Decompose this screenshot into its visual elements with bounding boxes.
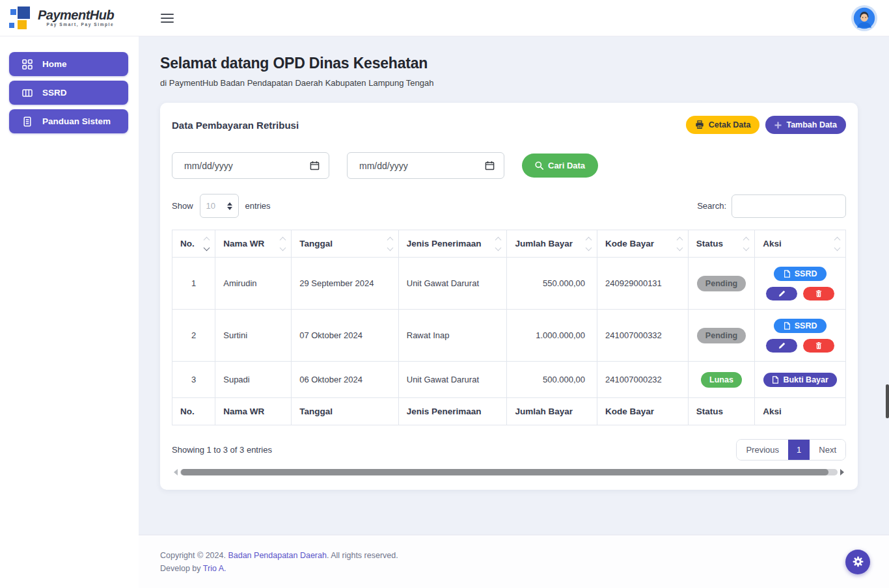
sort-chevrons-icon [586,237,591,250]
pdf-file-icon [784,270,791,278]
date-from-input[interactable] [184,161,310,171]
horizontal-scrollbar-thumb[interactable] [181,469,828,475]
footer-jenis-penerimaan: Jenis Penerimaan [398,398,507,425]
cell-jumlah: 1.000.000,00 [507,310,597,362]
entries-label: entries [245,201,271,211]
previous-page-button[interactable]: Previous [737,440,788,460]
vertical-scrollbar-thumb[interactable] [886,384,889,418]
current-page-button[interactable]: 1 [788,440,810,460]
page-subtitle: di PaymentHub Badan Pendapatan Daerah Ka… [160,78,889,88]
cari-data-button[interactable]: Cari Data [522,154,598,178]
pdf-file-icon [784,322,791,330]
sidebar-item-label: Home [42,59,67,69]
search-input[interactable] [732,194,846,218]
sort-chevrons-icon [744,237,748,250]
brand-tagline: Pay Smart, Pay Simple [38,23,114,27]
welcome-block: Selamat datang OPD Dinas Kesehatan di Pa… [139,36,889,88]
page-footer: Copyright © 2024. Badan Pendapatan Daera… [139,535,889,588]
header-kode-bayar[interactable]: Kode Bayar [597,230,689,258]
footer-kode-bayar: Kode Bayar [597,398,689,425]
scroll-left-arrow-icon[interactable] [174,469,178,475]
hamburger-icon[interactable] [161,14,174,23]
sidebar-item-label: SSRD [42,88,67,98]
cell-no: 3 [172,362,215,398]
ssrd-pdf-button[interactable]: SSRD [774,319,827,333]
sidebar-item-home[interactable]: Home [9,52,128,76]
gear-icon [852,555,864,568]
date-to-input[interactable] [359,161,485,171]
sidebar-item-label: Panduan Sistem [42,116,111,126]
header-aksi[interactable]: Aksi [755,230,846,258]
header-tanggal[interactable]: Tanggal [292,230,399,258]
printer-icon [695,120,704,129]
sort-chevrons-icon [388,237,392,250]
user-avatar[interactable] [851,5,877,31]
card-title: Data Pembayaran Retribusi [172,120,299,131]
entries-select[interactable]: 10 [200,194,239,218]
cell-kode: 241007000332 [597,310,689,362]
next-page-button[interactable]: Next [810,440,845,460]
cell-no: 2 [172,310,215,362]
cell-no: 1 [172,258,215,310]
copyright-line: Copyright © 2024. Badan Pendapatan Daera… [160,550,889,562]
edit-button[interactable] [766,339,797,353]
footer-no: No. [172,398,215,425]
data-pembayaran-card: Data Pembayaran Retribusi Cetak Data [160,103,858,490]
ssrd-pdf-button[interactable]: SSRD [774,267,827,281]
delete-button[interactable] [803,339,834,353]
sort-chevrons-icon [204,237,209,250]
settings-fab-button[interactable] [845,550,870,574]
date-from-field [172,152,329,179]
sidebar: Home SSRD Panduan Sistem [0,36,139,588]
page-title: Selamat datang OPD Dinas Kesehatan [160,55,889,72]
header-jenis-penerimaan[interactable]: Jenis Penerimaan [398,230,507,258]
sort-chevrons-icon [496,237,500,250]
cell-jenis: Unit Gawat Darurat [398,362,507,398]
footer-nama-wr: Nama WR [215,398,292,425]
sort-chevrons-icon [677,237,682,250]
sidebar-item-ssrd[interactable]: SSRD [9,81,128,105]
cell-tanggal: 06 Oktober 2024 [292,362,399,398]
developer-link[interactable]: Trio A. [203,564,226,573]
brand-name: PaymentHub [38,8,114,21]
main-content: Selamat datang OPD Dinas Kesehatan di Pa… [139,36,889,588]
cell-tanggal: 07 Oktober 2024 [292,310,399,362]
pdf-file-icon [772,376,779,384]
calendar-icon[interactable] [485,161,495,170]
plus-icon [774,122,782,129]
brand-logo[interactable]: PaymentHub Pay Smart, Pay Simple [0,7,139,30]
pencil-icon [778,342,786,349]
tambah-data-button[interactable]: Tambah Data [765,116,846,134]
status-badge: Pending [697,328,746,343]
table-row: 3 Supadi 06 Oktober 2024 Unit Gawat Daru… [172,362,846,398]
edit-button[interactable] [766,287,797,301]
bukti-bayar-button[interactable]: Bukti Bayar [763,373,836,387]
cell-jumlah: 500.000,00 [507,362,597,398]
cell-nama: Supadi [215,362,292,398]
tambah-data-label: Tambah Data [786,120,837,129]
topbar: PaymentHub Pay Smart, Pay Simple [0,0,889,36]
horizontal-scrollbar [172,469,846,475]
table-footer-row: No. Nama WR Tanggal Jenis Penerimaan Jum… [172,398,846,425]
horizontal-scrollbar-track[interactable] [180,469,838,475]
header-status[interactable]: Status [688,230,754,258]
org-link[interactable]: Badan Pendapatan Daerah [228,551,327,560]
date-to-field [347,152,504,179]
footer-status: Status [688,398,754,425]
scroll-right-arrow-icon[interactable] [840,469,844,475]
paymenthub-logo-icon [9,7,33,30]
search-label: Search: [697,201,726,211]
delete-button[interactable] [803,287,834,301]
cell-kode: 241007000232 [597,362,689,398]
header-no[interactable]: No. [172,230,215,258]
header-nama-wr[interactable]: Nama WR [215,230,292,258]
header-jumlah-bayar[interactable]: Jumlah Bayar [507,230,597,258]
footer-aksi: Aksi [755,398,846,425]
search-icon [535,161,543,170]
cetak-data-label: Cetak Data [709,120,751,129]
calendar-icon[interactable] [310,161,320,170]
app-window: PaymentHub Pay Smart, Pay Simple [0,0,889,588]
cetak-data-button[interactable]: Cetak Data [686,116,760,134]
sidebar-item-panduan-sistem[interactable]: Panduan Sistem [9,109,128,133]
pencil-icon [778,290,786,297]
